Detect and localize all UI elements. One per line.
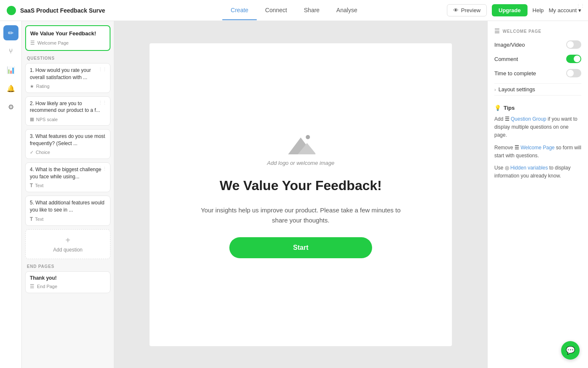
drag-handle-5[interactable]: ⋮⋮ [98,199,107,204]
help-link[interactable]: Help [533,7,544,13]
image-placeholder-text: Add logo or welcome image [267,160,334,166]
question-group-icon-inline: ☰ [505,116,509,122]
chevron-down-icon: ▾ [578,7,581,13]
question-type-2: ▦ NPS scale [30,116,106,122]
question-card-2[interactable]: ⋮⋮ 2. How likely are you to recommend ou… [25,96,110,126]
plus-icon: + [66,236,71,245]
preview-label: Preview [461,7,480,13]
tip-3: Use ◎ Hidden variables to display inform… [494,164,581,180]
question-group-link[interactable]: Question Group [511,116,546,122]
pencil-icon: ✏ [8,29,13,37]
bar-chart-icon: ▦ [30,116,34,122]
image-placeholder[interactable]: Add logo or welcome image [267,131,334,166]
right-panel-section-title: ☰ WELCOME PAGE [494,28,581,34]
canvas-card: Add logo or welcome image We Value Your … [150,43,452,346]
end-page-card[interactable]: ⋮⋮ Thank you! ☰ End Page [25,271,110,293]
chat-bubble[interactable]: 💬 [561,341,580,360]
question-type-5: T Text [30,216,106,222]
branch-icon: ⑂ [9,48,13,55]
question-text-1: 1. How would you rate your overall satis… [30,67,106,81]
branch-icon-btn[interactable]: ⑂ [3,44,18,59]
gear-icon-btn[interactable]: ⚙ [3,99,18,114]
sidebar: We Value Your Feedback! ☰ Welcome Page Q… [22,21,114,368]
nav-right: Preview Upgrade Help My account ▾ [447,4,581,16]
toggle-row-comment: Comment [494,55,581,63]
tip-2: Remove ☰ Welcome Page so form will start… [494,144,581,160]
toggle-knob-time-to-complete [567,70,574,77]
welcome-page-card[interactable]: We Value Your Feedback! ☰ Welcome Page [25,25,110,51]
tab-share[interactable]: Share [296,1,328,20]
question-text-3: 3. What features do you use most frequen… [30,133,106,147]
toggle-row-time-to-complete: Time to complete [494,69,581,77]
question-card-5[interactable]: ⋮⋮ 5. What additional features would you… [25,196,110,226]
canvas-title: We Value Your Feedback! [220,178,382,193]
bell-icon: 🔔 [7,85,15,93]
toggle-label-comment: Comment [494,56,518,62]
tips-section: 💡 Tips Add ☰ Question Group if you want … [494,101,581,180]
edit-icon-btn[interactable]: ✏ [3,25,18,40]
welcome-page-label: Welcome Page [37,40,68,45]
eye-icon [453,7,459,13]
question-type-3: ✓ Choice [30,150,106,155]
icon-bar: ✏ ⑂ 📊 🔔 ⚙ [0,21,22,368]
layout-settings-row[interactable]: › Layout settings [494,83,581,95]
question-card-3[interactable]: ⋮⋮ 3. What features do you use most freq… [25,129,110,159]
upgrade-button[interactable]: Upgrade [492,4,528,16]
preview-button[interactable]: Preview [447,4,487,16]
chart-icon: 📊 [7,66,15,74]
question-text-2: 2. How likely are you to recommend our p… [30,100,106,114]
hidden-vars-icon-inline: ◎ [505,165,509,171]
svg-point-0 [306,135,310,139]
drag-handle-3[interactable]: ⋮⋮ [98,133,107,138]
start-button[interactable]: Start [229,237,372,258]
tips-title: 💡 Tips [494,105,581,111]
layout-settings-label: Layout settings [499,86,535,93]
hidden-variables-link[interactable]: Hidden variables [510,165,548,171]
welcome-page-icon: ☰ [30,40,35,46]
my-account-menu[interactable]: My account ▾ [549,7,581,13]
tab-create[interactable]: Create [222,1,257,20]
bell-icon-btn[interactable]: 🔔 [3,81,18,96]
text-icon-5: T [30,216,33,222]
questions-section-label: QUESTIONS [27,56,109,61]
toggle-comment[interactable] [566,55,581,63]
question-type-4: T Text [30,183,106,188]
toggle-label-time-to-complete: Time to complete [494,70,536,77]
toggle-knob-image-video [567,41,574,48]
end-page-footer: ☰ End Page [30,283,106,289]
canvas-description: Your insights help us improve our produc… [196,205,406,225]
question-card-1[interactable]: ⋮⋮ 1. How would you rate your overall sa… [25,63,110,93]
toggle-knob-comment [574,56,580,62]
main-layout: ✏ ⑂ 📊 🔔 ⚙ We Value Your Feedback! ☰ Welc… [0,21,588,368]
toggle-time-to-complete[interactable] [566,69,581,77]
toggle-row-image-video: Image/Video [494,40,581,49]
chart-icon-btn[interactable]: 📊 [3,62,18,77]
star-icon: ★ [30,84,34,89]
right-panel: ☰ WELCOME PAGE Image/Video Comment Time … [487,21,588,368]
logo-dot [7,6,16,15]
question-type-1: ★ Rating [30,84,106,89]
toggle-image-video[interactable] [566,40,581,49]
question-card-4[interactable]: ⋮⋮ 4. What is the biggest challenge you … [25,162,110,193]
question-text-5: 5. What additional features would you li… [30,199,106,214]
gear-icon: ⚙ [8,103,14,111]
welcome-page-icon-inline: ☰ [514,145,519,151]
list-icon-panel: ☰ [494,28,500,34]
welcome-card-title: We Value Your Feedback! [30,30,105,37]
nav-tabs: Create Connect Share Analyse [222,1,365,20]
end-page-icon: ☰ [30,283,34,289]
app-title: SaaS Product Feedback Surve [20,7,105,14]
check-icon: ✓ [30,150,34,155]
chevron-right-icon: › [494,87,496,92]
toggle-label-image-video: Image/Video [494,42,525,48]
text-icon-4: T [30,183,33,188]
question-text-4: 4. What is the biggest challenge you fac… [30,166,106,180]
tab-connect[interactable]: Connect [257,1,295,20]
add-question-button[interactable]: + Add question [25,229,110,259]
drag-handle-4[interactable]: ⋮⋮ [98,166,107,171]
tab-analyse[interactable]: Analyse [328,1,366,20]
end-page-title: Thank you! [30,275,106,281]
welcome-page-link[interactable]: Welcome Page [520,145,554,151]
drag-handle-2[interactable]: ⋮⋮ [98,100,107,105]
drag-handle-1[interactable]: ⋮⋮ [98,67,107,71]
